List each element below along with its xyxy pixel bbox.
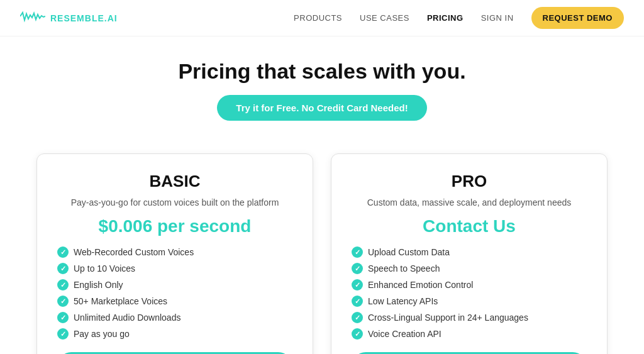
feature-text: Upload Custom Data [368,247,450,257]
feature-text: Pay as you go [74,329,130,339]
pro-plan-card: PRO Custom data, massive scale, and depl… [331,153,608,354]
list-item: Pay as you go [57,328,292,340]
logo: RESEMBLE.AI [20,10,118,26]
feature-text: English Only [74,280,123,290]
basic-plan-price: $0.006 per second [57,216,292,236]
check-icon [352,296,363,307]
list-item: Unlimited Audio Downloads [57,312,292,323]
list-item: Web-Recorded Custom Voices [57,246,292,258]
check-icon [57,246,69,258]
try-free-button[interactable]: Try it for Free. No Credit Card Needed! [217,95,426,121]
list-item: Low Latency APIs [352,296,587,307]
list-item: Up to 10 Voices [57,263,292,274]
check-icon [57,312,69,323]
list-item: Speech to Speech [352,263,587,274]
feature-text: Voice Creation API [368,329,441,339]
logo-wave-icon [20,10,45,26]
basic-plan-card: BASIC Pay-as-you-go for custom voices bu… [36,153,313,354]
list-item: Voice Creation API [352,328,587,340]
feature-text: Up to 10 Voices [74,263,135,274]
feature-text: Cross-Lingual Support in 24+ Languages [368,313,528,323]
pro-plan-title: PRO [352,172,587,191]
basic-feature-list: Web-Recorded Custom Voices Up to 10 Voic… [57,246,292,340]
pro-plan-subtitle: Custom data, massive scale, and deployme… [352,197,587,207]
list-item: English Only [57,279,292,290]
check-icon [352,312,363,323]
check-icon [57,296,69,307]
list-item: Upload Custom Data [352,246,587,258]
basic-plan-title: BASIC [57,172,292,191]
hero-section: Pricing that scales with you. Try it for… [0,36,644,138]
basic-plan-subtitle: Pay-as-you-go for custom voices built on… [57,197,292,207]
pro-feature-list: Upload Custom Data Speech to Speech Enha… [352,246,587,340]
pricing-section: BASIC Pay-as-you-go for custom voices bu… [0,138,644,354]
list-item: 50+ Marketplace Voices [57,296,292,307]
feature-text: Unlimited Audio Downloads [74,313,180,323]
feature-text: Web-Recorded Custom Voices [74,247,194,257]
check-icon [352,279,363,290]
check-icon [352,328,363,340]
logo-text: RESEMBLE.AI [50,13,118,23]
check-icon [352,263,363,274]
check-icon [57,279,69,290]
hero-title: Pricing that scales with you. [13,59,631,84]
list-item: Enhanced Emotion Control [352,279,587,290]
pro-plan-price: Contact Us [352,216,587,236]
nav-links: PRODUCTS USE CASES PRICING SIGN IN REQUE… [294,7,624,29]
navbar: RESEMBLE.AI PRODUCTS USE CASES PRICING S… [0,0,644,36]
check-icon [57,328,69,340]
check-icon [57,263,69,274]
nav-pricing[interactable]: PRICING [427,13,464,23]
feature-text: 50+ Marketplace Voices [74,296,167,306]
feature-text: Enhanced Emotion Control [368,280,473,290]
request-demo-button[interactable]: REQUEST DEMO [531,7,624,29]
feature-text: Low Latency APIs [368,296,438,306]
nav-products[interactable]: PRODUCTS [294,13,342,23]
list-item: Cross-Lingual Support in 24+ Languages [352,312,587,323]
feature-text: Speech to Speech [368,263,440,274]
check-icon [352,246,363,258]
nav-use-cases[interactable]: USE CASES [360,13,409,23]
nav-sign-in[interactable]: SIGN IN [481,13,514,23]
